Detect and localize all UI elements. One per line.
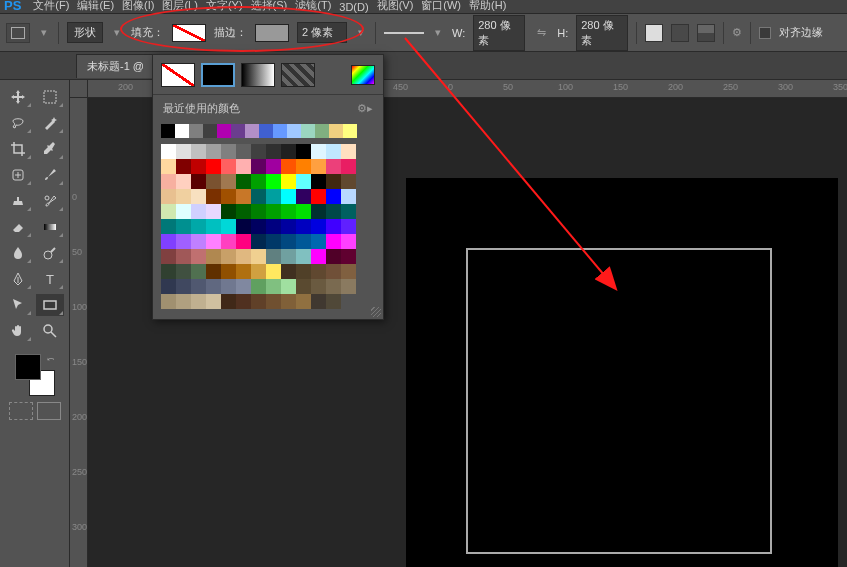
- color-swatch[interactable]: [296, 189, 311, 204]
- color-swatch[interactable]: [236, 294, 251, 309]
- stroke-swatch[interactable]: [255, 24, 289, 42]
- color-swatch[interactable]: [221, 189, 236, 204]
- recent-color-swatch[interactable]: [259, 124, 273, 138]
- color-swatch[interactable]: [161, 249, 176, 264]
- menu-window[interactable]: 窗口(W): [421, 0, 461, 13]
- color-swatch[interactable]: [251, 174, 266, 189]
- color-swatch[interactable]: [266, 264, 281, 279]
- document-tab[interactable]: 未标题-1 @: [76, 54, 155, 78]
- color-swatch[interactable]: [206, 159, 221, 174]
- color-swatch[interactable]: [311, 159, 326, 174]
- color-swatch[interactable]: [311, 144, 326, 159]
- color-swatch[interactable]: [176, 279, 191, 294]
- color-swatch[interactable]: [206, 264, 221, 279]
- color-swatch[interactable]: [341, 249, 356, 264]
- recent-color-swatch[interactable]: [231, 124, 245, 138]
- color-swatch[interactable]: [281, 234, 296, 249]
- color-swatch[interactable]: [251, 204, 266, 219]
- recent-color-swatch[interactable]: [245, 124, 259, 138]
- color-swatch[interactable]: [191, 174, 206, 189]
- document-canvas[interactable]: [406, 178, 838, 567]
- color-swatch[interactable]: [266, 249, 281, 264]
- color-swatch[interactable]: [236, 279, 251, 294]
- color-swatch[interactable]: [341, 159, 356, 174]
- color-swatch[interactable]: [221, 234, 236, 249]
- recent-color-swatch[interactable]: [329, 124, 343, 138]
- color-swatch[interactable]: [311, 189, 326, 204]
- rectangle-tool[interactable]: [36, 294, 64, 316]
- color-swatch[interactable]: [191, 234, 206, 249]
- color-swatch[interactable]: [296, 264, 311, 279]
- color-swatch[interactable]: [311, 249, 326, 264]
- recent-color-swatch[interactable]: [217, 124, 231, 138]
- color-swatch[interactable]: [191, 189, 206, 204]
- color-swatch[interactable]: [251, 189, 266, 204]
- color-swatch[interactable]: [326, 189, 341, 204]
- color-swatch[interactable]: [296, 234, 311, 249]
- gradient-tool[interactable]: [36, 216, 64, 238]
- color-swatch[interactable]: [161, 144, 176, 159]
- type-tool[interactable]: T: [36, 268, 64, 290]
- vertical-ruler[interactable]: 0 50 100 150 200 250 300: [70, 98, 88, 567]
- color-swatch[interactable]: [311, 219, 326, 234]
- panel-options-gear-icon[interactable]: ⚙▸: [357, 102, 373, 115]
- recent-color-swatch[interactable]: [343, 124, 357, 138]
- color-swatch[interactable]: [266, 159, 281, 174]
- foreground-background-colors[interactable]: ⤺: [15, 354, 55, 396]
- color-swatch[interactable]: [161, 279, 176, 294]
- color-swatch[interactable]: [266, 279, 281, 294]
- color-swatch[interactable]: [176, 204, 191, 219]
- color-swatch[interactable]: [251, 264, 266, 279]
- color-swatch[interactable]: [206, 294, 221, 309]
- color-swatch[interactable]: [281, 144, 296, 159]
- color-swatch[interactable]: [311, 279, 326, 294]
- color-swatch[interactable]: [281, 174, 296, 189]
- color-swatch[interactable]: [161, 219, 176, 234]
- color-swatch[interactable]: [236, 219, 251, 234]
- blur-tool[interactable]: [4, 242, 32, 264]
- color-swatch[interactable]: [281, 189, 296, 204]
- color-swatch[interactable]: [281, 249, 296, 264]
- menu-select[interactable]: 选择(S): [251, 0, 288, 13]
- color-swatch[interactable]: [236, 249, 251, 264]
- pen-tool[interactable]: [4, 268, 32, 290]
- recent-color-swatch[interactable]: [315, 124, 329, 138]
- shape-mode-dropdown-icon[interactable]: ▾: [111, 27, 123, 39]
- color-swatch[interactable]: [176, 144, 191, 159]
- color-swatch[interactable]: [206, 234, 221, 249]
- color-swatch[interactable]: [311, 174, 326, 189]
- color-swatch[interactable]: [176, 159, 191, 174]
- color-swatch[interactable]: [221, 249, 236, 264]
- color-swatch[interactable]: [236, 189, 251, 204]
- foreground-color-swatch[interactable]: [15, 354, 41, 380]
- color-swatch[interactable]: [326, 174, 341, 189]
- stroke-style-dropdown-icon[interactable]: ▾: [432, 27, 444, 39]
- color-swatch[interactable]: [176, 174, 191, 189]
- stroke-width-dropdown-icon[interactable]: ▾: [355, 27, 367, 39]
- color-swatch[interactable]: [281, 294, 296, 309]
- color-swatch[interactable]: [236, 234, 251, 249]
- color-swatch[interactable]: [236, 204, 251, 219]
- color-swatch[interactable]: [326, 204, 341, 219]
- color-swatch[interactable]: [296, 219, 311, 234]
- color-swatch[interactable]: [191, 279, 206, 294]
- menu-3d[interactable]: 3D(D): [339, 1, 368, 13]
- color-swatch[interactable]: [281, 159, 296, 174]
- color-swatch[interactable]: [221, 219, 236, 234]
- color-swatch[interactable]: [221, 264, 236, 279]
- color-picker-button[interactable]: [351, 65, 375, 85]
- color-swatch[interactable]: [341, 234, 356, 249]
- color-swatch[interactable]: [326, 264, 341, 279]
- color-swatch[interactable]: [341, 174, 356, 189]
- color-swatch[interactable]: [191, 204, 206, 219]
- brush-tool[interactable]: [36, 164, 64, 186]
- color-swatch[interactable]: [281, 219, 296, 234]
- color-swatch[interactable]: [326, 294, 341, 309]
- screen-mode-button[interactable]: [37, 402, 61, 420]
- move-tool[interactable]: [4, 86, 32, 108]
- eyedropper-tool[interactable]: [36, 138, 64, 160]
- color-swatch[interactable]: [221, 159, 236, 174]
- align-edges-checkbox[interactable]: [759, 27, 771, 39]
- color-swatch[interactable]: [326, 159, 341, 174]
- color-swatch[interactable]: [266, 144, 281, 159]
